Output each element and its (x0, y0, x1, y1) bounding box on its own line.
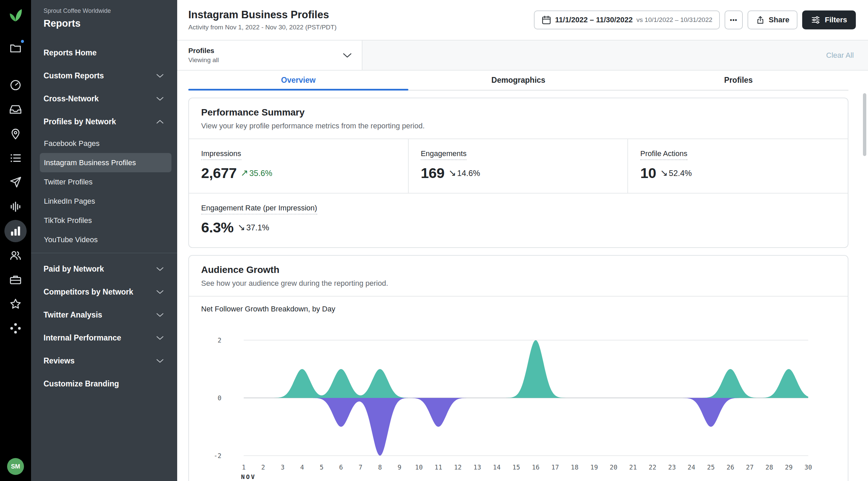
chevron-up-icon (156, 120, 164, 124)
user-avatar[interactable]: SM (7, 458, 24, 475)
scrollbar[interactable] (863, 93, 866, 156)
share-label: Share (769, 16, 789, 24)
sidebar-divider (31, 253, 177, 253)
metric-label[interactable]: Impressions (201, 149, 241, 160)
share-button[interactable]: Share (748, 10, 797, 29)
profiles-filter-dropdown[interactable]: Profiles Viewing all (177, 41, 362, 70)
sidebar-item-twitter-profiles[interactable]: Twitter Profiles (40, 172, 171, 192)
sidebar-item-linkedin-pages[interactable]: LinkedIn Pages (40, 192, 171, 211)
report-tabs: Overview Demographics Profiles (188, 71, 848, 91)
svg-text:13: 13 (473, 463, 481, 471)
net-follower-growth-chart[interactable]: 20-2123456789101112131415161718192021222… (189, 318, 848, 481)
list-icon[interactable] (9, 151, 22, 165)
metric-trend: ↘ 37.1% (238, 223, 269, 232)
nav-label: Custom Reports (44, 71, 104, 80)
chevron-down-icon (156, 313, 164, 317)
svg-text:8: 8 (378, 463, 382, 471)
svg-text:-2: -2 (214, 452, 221, 459)
report-header: Instagram Business Profiles Activity fro… (177, 0, 868, 40)
toolbox-icon[interactable] (9, 273, 22, 286)
date-range-button[interactable]: 11/1/2022 – 11/30/2022 vs 10/1/2022 – 10… (534, 10, 720, 29)
report-content: Performance Summary View your key profil… (177, 91, 868, 481)
gauge-icon[interactable] (9, 78, 22, 92)
card-title: Audience Growth (201, 264, 836, 275)
trend-down-arrow-icon: ↘ (660, 169, 668, 178)
app-rail: SM (0, 0, 31, 481)
tab-overview[interactable]: Overview (188, 71, 408, 90)
metric-label[interactable]: Engagement Rate (per Impression) (201, 204, 317, 214)
pin-icon[interactable] (9, 127, 22, 141)
sidebar-item-tiktok-profiles[interactable]: TikTok Profiles (40, 211, 171, 230)
people-icon[interactable] (9, 249, 22, 262)
svg-text:21: 21 (629, 463, 637, 471)
svg-text:19: 19 (590, 463, 598, 471)
chevron-down-icon (156, 267, 164, 271)
nav-label: Customize Branding (44, 379, 119, 388)
metric-trend: ↘ 14.6% (449, 169, 480, 178)
rail-icon-group (9, 78, 22, 335)
filters-button[interactable]: Filters (802, 10, 856, 29)
metric-profile-actions: Profile Actions 10 ↘ 52.4% (628, 139, 848, 193)
svg-text:28: 28 (765, 463, 773, 471)
more-options-button[interactable]: ••• (725, 10, 743, 29)
sidebar-item-instagram-business-profiles[interactable]: Instagram Business Profiles (40, 153, 171, 172)
share-icon (756, 15, 765, 25)
nav-label: Reviews (44, 356, 75, 365)
apps-icon[interactable] (9, 322, 22, 335)
inbox-icon[interactable] (9, 103, 22, 116)
nav-label: Competitors by Network (44, 287, 133, 297)
folder-icon[interactable] (9, 41, 22, 55)
main-content: Instagram Business Profiles Activity fro… (177, 0, 868, 481)
trend-value: 37.1% (246, 223, 269, 232)
sidebar-item-paid-by-network[interactable]: Paid by Network (31, 257, 177, 280)
waveform-icon[interactable] (9, 200, 22, 213)
bar-chart-icon[interactable] (9, 224, 22, 238)
svg-text:18: 18 (571, 463, 578, 471)
clear-all-link[interactable]: Clear All (826, 51, 854, 60)
sidebar-item-internal-performance[interactable]: Internal Performance (31, 326, 177, 349)
svg-text:15: 15 (512, 463, 520, 471)
svg-text:17: 17 (551, 463, 559, 471)
trend-value: 35.6% (249, 169, 272, 178)
nav-label: Cross-Network (44, 94, 99, 103)
svg-text:30: 30 (804, 463, 812, 471)
chevron-down-icon (156, 359, 164, 363)
trend-value: 52.4% (669, 169, 692, 178)
sidebar-item-youtube-videos[interactable]: YouTube Videos (40, 230, 171, 249)
tab-profiles[interactable]: Profiles (628, 71, 848, 90)
performance-summary-header: Performance Summary View your key profil… (189, 98, 848, 139)
sidebar-item-competitors-by-network[interactable]: Competitors by Network (31, 280, 177, 303)
sidebar-item-profiles-by-network[interactable]: Profiles by Network (31, 110, 177, 133)
metrics-row: Impressions 2,677 ↗ 35.6% Engagements 16… (189, 139, 848, 193)
sidebar-item-twitter-analysis[interactable]: Twitter Analysis (31, 303, 177, 326)
date-compare-text: vs 10/1/2022 – 10/31/2022 (636, 16, 712, 24)
svg-text:2: 2 (261, 463, 265, 471)
svg-text:27: 27 (746, 463, 754, 471)
svg-text:25: 25 (707, 463, 715, 471)
svg-text:11: 11 (435, 463, 442, 471)
svg-text:12: 12 (454, 463, 462, 471)
trend-value: 14.6% (457, 169, 480, 178)
sprout-leaf-logo-icon[interactable] (8, 7, 23, 23)
sidebar-item-reports-home[interactable]: Reports Home (31, 41, 177, 64)
metric-label[interactable]: Engagements (421, 149, 467, 160)
star-icon[interactable] (9, 297, 22, 311)
calendar-icon (541, 15, 551, 25)
sidebar-item-facebook-pages[interactable]: Facebook Pages (40, 134, 171, 153)
paper-plane-icon[interactable] (9, 176, 22, 189)
sidebar-item-reviews[interactable]: Reviews (31, 349, 177, 372)
metric-engagement-rate: Engagement Rate (per Impression) 6.3% ↘ … (189, 194, 409, 247)
metric-label[interactable]: Profile Actions (640, 149, 687, 160)
chevron-down-icon (156, 290, 164, 294)
filter-dropdown-label: Profiles (188, 47, 219, 55)
sidebar-item-customize-branding[interactable]: Customize Branding (31, 372, 177, 395)
nav-label: Paid by Network (44, 264, 104, 274)
sidebar-item-custom-reports[interactable]: Custom Reports (31, 64, 177, 87)
nav-sub-label: LinkedIn Pages (44, 197, 95, 206)
svg-text:1: 1 (242, 463, 245, 471)
metric-trend: ↘ 52.4% (660, 169, 692, 178)
metrics-row: Engagement Rate (per Impression) 6.3% ↘ … (189, 193, 848, 247)
sidebar-item-cross-network[interactable]: Cross-Network (31, 87, 177, 110)
tab-demographics[interactable]: Demographics (408, 71, 628, 90)
page-subtitle: Activity from Nov 1, 2022 - Nov 30, 2022… (188, 24, 336, 31)
